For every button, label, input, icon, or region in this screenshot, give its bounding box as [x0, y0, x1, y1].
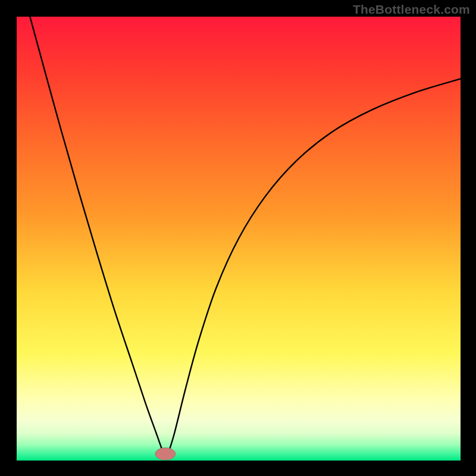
- watermark-text: TheBottleneck.com: [353, 2, 470, 17]
- chart-frame: TheBottleneck.com: [0, 0, 476, 476]
- bottleneck-curve-chart: [17, 17, 461, 461]
- optimal-point-marker: [155, 447, 176, 460]
- plot-area: [17, 17, 461, 461]
